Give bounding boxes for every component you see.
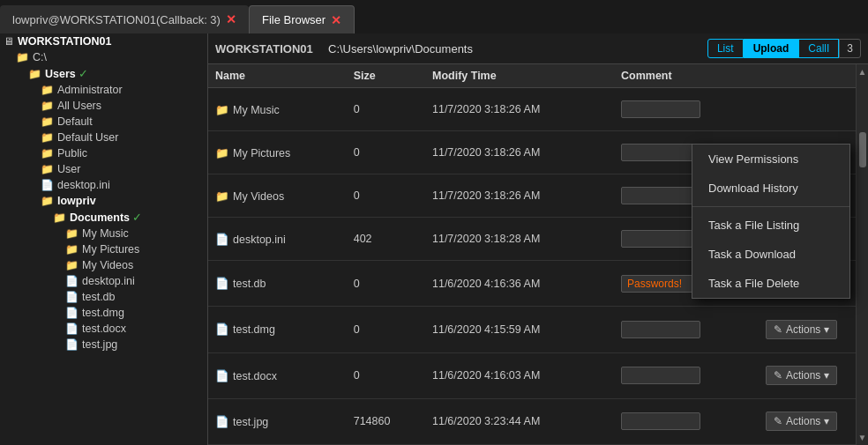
folder-icon: 📁 xyxy=(215,104,229,116)
cell-actions[interactable]: ✎ Actions ▾ xyxy=(759,398,856,444)
cell-modify-time: 11/7/2020 3:18:26 AM xyxy=(425,131,614,174)
sidebar-item-label: Users xyxy=(45,68,76,80)
context-menu-item-task-download[interactable]: Task a Download xyxy=(692,240,849,269)
top-bar: WORKSTATION01 C:\Users\lowpriv\Documents… xyxy=(208,33,868,64)
sidebar-item-test-db[interactable]: 📄test.db xyxy=(0,289,207,305)
cell-comment[interactable] xyxy=(614,398,759,444)
check-icon: ✓ xyxy=(132,211,142,224)
file-icon: 📄 xyxy=(215,416,229,428)
folder-icon: 📁 xyxy=(16,51,29,63)
cell-name: 📁My Pictures xyxy=(208,131,347,174)
sidebar-item-c-drive[interactable]: 📁C:\ xyxy=(0,49,207,65)
comment-input[interactable] xyxy=(621,321,700,338)
tab-callback-label: lowpriv@WORKSTATION01(Callback: 3) xyxy=(12,13,221,26)
actions-button[interactable]: ✎ Actions ▾ xyxy=(766,412,837,431)
table-row[interactable]: 📄test.jpg 714860 11/6/2020 3:23:44 AM ✎ … xyxy=(208,398,856,444)
comment-input[interactable] xyxy=(621,230,700,248)
sidebar-item-administrator[interactable]: 📁Administrator xyxy=(0,82,207,98)
sidebar-item-label: Default xyxy=(57,115,93,128)
scrollbar-thumb[interactable] xyxy=(859,132,866,167)
folder-icon: 📁 xyxy=(41,100,54,112)
sidebar-item-label: lowpriv xyxy=(57,195,96,207)
sidebar-item-label: desktop.ini xyxy=(57,179,110,191)
sidebar-item-desktop-ini-top[interactable]: 📄desktop.ini xyxy=(0,177,207,193)
sidebar-item-label: Default User xyxy=(57,131,118,144)
sidebar-item-my-videos[interactable]: 📁My Videos xyxy=(0,257,207,273)
folder-icon: 📁 xyxy=(41,195,54,207)
cell-comment[interactable] xyxy=(614,307,759,352)
sidebar-item-default[interactable]: 📁Default xyxy=(0,114,207,130)
col-name: Name xyxy=(208,64,347,88)
actions-button[interactable]: ✎ Actions ▾ xyxy=(766,366,837,385)
calli-button[interactable]: CallI xyxy=(798,39,839,58)
cell-modify-time: 11/7/2020 3:18:26 AM xyxy=(425,174,614,218)
upload-button[interactable]: Upload xyxy=(744,39,799,58)
col-comment: Comment xyxy=(614,64,759,88)
right-scrollbar[interactable]: ▲ ▼ xyxy=(856,64,868,445)
sidebar-item-test-jpg[interactable]: 📄test.jpg xyxy=(0,337,207,352)
comment-input[interactable] xyxy=(621,412,700,430)
folder-icon: 📁 xyxy=(53,211,66,224)
cell-actions[interactable]: ✎ Actions ▾ xyxy=(759,352,856,398)
sidebar-item-documents[interactable]: 📁Documents✓ xyxy=(0,209,207,226)
close-icon-callback[interactable]: ✕ xyxy=(226,12,236,26)
folder-icon: 📁 xyxy=(41,147,54,159)
sidebar-item-all-users[interactable]: 📁All Users xyxy=(0,98,207,114)
context-menu-item-download-history[interactable]: Download History xyxy=(692,174,849,203)
chevron-down-icon: ▾ xyxy=(824,323,829,336)
cell-size: 0 xyxy=(347,261,425,307)
tab-callback[interactable]: lowpriv@WORKSTATION01(Callback: 3) ✕ xyxy=(0,5,249,33)
computer-icon: 🖥 xyxy=(4,35,14,48)
sidebar-item-desktop-ini-docs[interactable]: 📄desktop.ini xyxy=(0,273,207,289)
actions-button[interactable]: ✎ Actions ▾ xyxy=(766,320,837,339)
tab-filebrowser[interactable]: File Browser ✕ xyxy=(249,5,355,33)
sidebar-item-test-dmg[interactable]: 📄test.dmg xyxy=(0,305,207,321)
sidebar-item-default-user[interactable]: 📁Default User xyxy=(0,130,207,145)
file-icon: 📄 xyxy=(65,323,79,335)
cell-comment[interactable] xyxy=(614,88,759,131)
context-menu: View Permissions Download History Task a… xyxy=(692,144,850,299)
close-icon-filebrowser[interactable]: ✕ xyxy=(331,13,341,27)
context-menu-item-task-file-listing[interactable]: Task a File Listing xyxy=(692,211,849,240)
context-menu-item-view-permissions[interactable]: View Permissions xyxy=(692,145,849,174)
sidebar-item-user[interactable]: 📁User xyxy=(0,161,207,177)
sidebar-item-my-music[interactable]: 📁My Music xyxy=(0,226,207,241)
table-row[interactable]: 📄test.docx 0 11/6/2020 4:16:03 AM ✎ Acti… xyxy=(208,352,856,398)
comment-input[interactable] xyxy=(621,275,700,293)
sidebar-item-my-pictures[interactable]: 📁My Pictures xyxy=(0,241,207,257)
comment-input[interactable] xyxy=(621,100,700,118)
scroll-down-arrow[interactable]: ▼ xyxy=(858,430,867,445)
cell-comment[interactable] xyxy=(614,352,759,398)
cell-modify-time: 11/6/2020 4:16:03 AM xyxy=(425,352,614,398)
sidebar-item-label: test.dmg xyxy=(82,307,124,319)
list-button[interactable]: List xyxy=(707,39,744,58)
cell-name: 📄test.docx xyxy=(208,352,347,398)
scroll-up-arrow[interactable]: ▲ xyxy=(858,64,867,79)
cell-actions[interactable] xyxy=(759,88,856,131)
sidebar-item-users[interactable]: 📁Users✓ xyxy=(0,65,207,82)
context-menu-item-task-file-delete[interactable]: Task a File Delete xyxy=(692,269,849,298)
comment-input[interactable] xyxy=(621,187,700,204)
folder-icon: 📁 xyxy=(28,68,41,80)
cell-size: 0 xyxy=(347,307,425,352)
cell-actions[interactable]: ✎ Actions ▾ xyxy=(759,307,856,352)
file-icon: 📄 xyxy=(65,275,79,287)
sidebar-item-workstation[interactable]: 🖥WORKSTATION01 xyxy=(0,33,207,49)
sidebar-item-label: test.docx xyxy=(82,323,126,335)
cell-name: 📁My Videos xyxy=(208,174,347,218)
comment-input[interactable] xyxy=(621,367,700,384)
cell-size: 0 xyxy=(347,174,425,218)
file-icon: 📄 xyxy=(215,370,229,382)
tab-filebrowser-label: File Browser xyxy=(262,13,326,26)
comment-input[interactable] xyxy=(621,144,700,161)
sidebar-item-test-docx[interactable]: 📄test.docx xyxy=(0,321,207,337)
sidebar-item-label: desktop.ini xyxy=(82,275,135,287)
cell-name: 📄test.dmg xyxy=(208,307,347,352)
sidebar-item-label: Documents xyxy=(70,211,130,224)
table-row[interactable]: 📄test.dmg 0 11/6/2020 4:15:59 AM ✎ Actio… xyxy=(208,307,856,352)
table-row[interactable]: 📁My Music 0 11/7/2020 3:18:26 AM xyxy=(208,88,856,131)
sidebar-item-lowpriv[interactable]: 📁lowpriv xyxy=(0,193,207,209)
col-size: Size xyxy=(347,64,425,88)
sidebar-item-public[interactable]: 📁Public xyxy=(0,145,207,161)
cell-name: 📄test.db xyxy=(208,261,347,307)
